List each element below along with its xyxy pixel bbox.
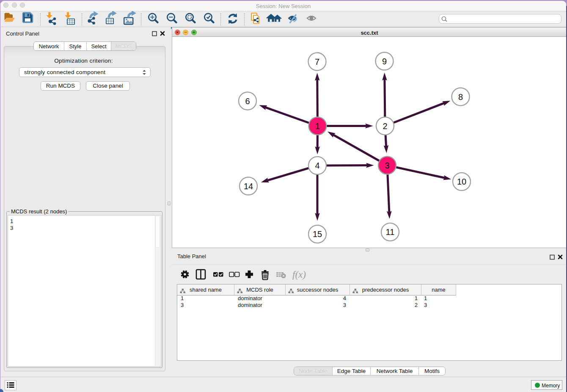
svg-text:14: 14 (244, 182, 253, 191)
svg-text:8: 8 (458, 92, 463, 102)
svg-text:1: 1 (315, 121, 320, 131)
svg-text:f(x): f(x) (292, 269, 306, 280)
svg-text:6: 6 (245, 97, 250, 106)
svg-text:11: 11 (386, 227, 395, 237)
svg-text:9: 9 (382, 57, 387, 66)
svg-text:2: 2 (383, 121, 387, 131)
svg-text:3: 3 (385, 161, 389, 170)
svg-text:10: 10 (457, 177, 466, 186)
svg-text:15: 15 (313, 229, 322, 239)
svg-text:4: 4 (315, 161, 319, 170)
svg-text:7: 7 (315, 57, 319, 66)
